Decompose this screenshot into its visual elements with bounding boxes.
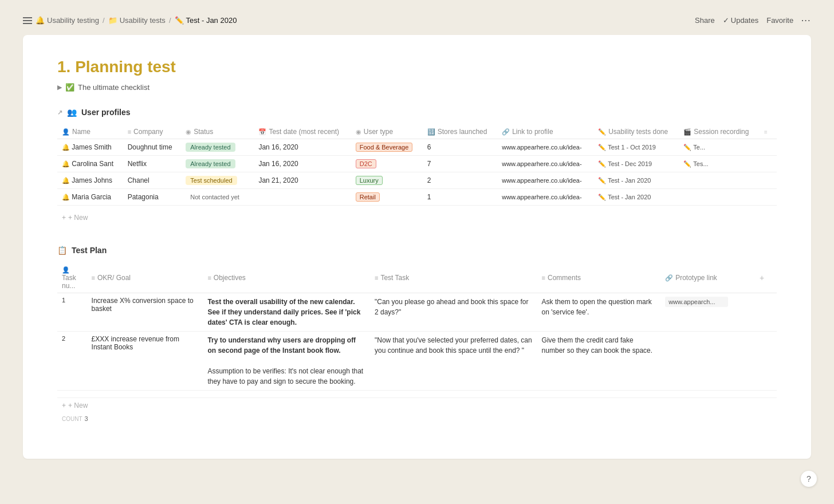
tp-col-add[interactable]: +	[755, 263, 777, 293]
col-stores[interactable]: 🔢Stores launched	[423, 125, 497, 139]
table-row[interactable]	[57, 391, 777, 398]
cell-company: Doughnut time	[123, 139, 182, 156]
favorite-button[interactable]: Favorite	[766, 16, 793, 25]
cell-session: ✏️ Te...	[679, 139, 760, 156]
cell-test-date: Jan 21, 2020	[254, 172, 351, 189]
top-actions: Share ✓ Updates Favorite ···	[695, 16, 811, 25]
cell-stores: 1	[423, 189, 497, 206]
col-name[interactable]: 👤Name	[57, 125, 123, 139]
cell-link: www.appearhere.co.uk/idea-	[497, 156, 593, 172]
col-link-profile[interactable]: 🔗Link to profile	[497, 125, 593, 139]
row-icon: 🔔	[62, 194, 70, 200]
cell-link: www.appearhere.co.uk/idea-	[497, 189, 593, 206]
cell-test-task: "Now that you've selected your preferred…	[370, 332, 537, 391]
test-plan-header-row: 👤Task nu... ≡OKR/ Goal ≡Objectives ≡Test…	[57, 263, 777, 293]
help-button[interactable]: ?	[801, 471, 817, 487]
breadcrumb-sep-1: /	[103, 16, 105, 25]
arrow-expand-icon[interactable]: ↗	[57, 109, 62, 116]
folder-icon: 📁	[108, 16, 117, 25]
tp-col-objectives[interactable]: ≡Objectives	[203, 263, 370, 293]
row-icon: 🔔	[62, 160, 70, 167]
col-usability-tests[interactable]: ✏️Usability tests done	[593, 125, 679, 139]
cell-name: 🔔 James Smith	[57, 139, 123, 156]
cell-name: 🔔 Carolina Sant	[57, 156, 123, 172]
col-session-rec[interactable]: 🎬Session recording	[679, 125, 760, 139]
cell-status: Already tested	[181, 139, 254, 156]
count-value: 3	[85, 415, 88, 422]
cell-add	[755, 391, 777, 398]
user-profiles-icon: 👥	[67, 108, 77, 117]
cell-prototype	[660, 293, 755, 332]
table-row[interactable]: 🔔 James Smith Doughnut time Already test…	[57, 139, 777, 156]
plus-icon: +	[62, 214, 66, 222]
tp-col-prototype[interactable]: 🔗Prototype link	[660, 263, 755, 293]
cell-status: Not contacted yet	[181, 189, 254, 206]
cell-comments: Ask them to open the question mark on 's…	[537, 293, 661, 332]
col-company[interactable]: ≡Company	[123, 125, 182, 139]
col-user-type[interactable]: ◉User type	[351, 125, 423, 139]
updates-button[interactable]: ✓ Updates	[723, 16, 758, 25]
user-profiles-section-header: ↗ 👥 User profiles	[57, 108, 777, 117]
cell-stores: 2	[423, 172, 497, 189]
cell-prototype	[660, 391, 755, 398]
cell-company: Netflix	[123, 156, 182, 172]
tp-col-comments[interactable]: ≡Comments	[537, 263, 661, 293]
cell-objectives: Try to understand why users are dropping…	[203, 332, 370, 391]
prototype-input[interactable]	[665, 297, 728, 307]
cell-session	[679, 189, 760, 206]
test-plan-new-row[interactable]: + + New	[57, 398, 777, 413]
col-extra: ≡	[760, 125, 777, 139]
cell-test-task: "Can you please go ahead and book this s…	[370, 293, 537, 332]
table-row[interactable]: 2 £XXX increase revenue from Instant Boo…	[57, 332, 777, 391]
cell-status: Already tested	[181, 156, 254, 172]
cell-extra	[760, 139, 777, 156]
cell-company: Patagonia	[123, 189, 182, 206]
tp-col-task[interactable]: 👤Task nu...	[57, 263, 87, 293]
test-plan-title: Test Plan	[72, 246, 107, 255]
cell-link: www.appearhere.co.uk/idea-	[497, 172, 593, 189]
more-options-button[interactable]: ···	[801, 16, 811, 25]
cell-company: Chanel	[123, 172, 182, 189]
col-test-date[interactable]: 📅Test date (most recent)	[254, 125, 351, 139]
cell-session: ✏️ Tes...	[679, 156, 760, 172]
breadcrumb-item-3[interactable]: ✏️ Test - Jan 2020	[175, 16, 237, 25]
user-profiles-title: User profiles	[81, 108, 131, 117]
cell-tests: ✏️ Test - Jan 2020	[593, 172, 679, 189]
cell-objectives	[203, 391, 370, 398]
breadcrumb-item-2[interactable]: 📁 Usability tests	[108, 16, 166, 25]
cell-extra	[760, 156, 777, 172]
cell-tests: ✏️ Test - Dec 2019	[593, 156, 679, 172]
table-row[interactable]: 🔔 Carolina Sant Netflix Already tested J…	[57, 156, 777, 172]
cell-session	[679, 172, 760, 189]
tp-col-test-task[interactable]: ≡Test Task	[370, 263, 537, 293]
breadcrumb: 🔔 Usability testing / 📁 Usability tests …	[23, 16, 237, 25]
user-profiles-new-row[interactable]: + + New	[57, 210, 777, 225]
cell-name: 🔔 James Johns	[57, 172, 123, 189]
cell-user-type: Retail	[351, 189, 423, 206]
checkmark-icon: ✓	[723, 16, 729, 25]
cell-extra	[760, 189, 777, 206]
main-content: 1. Planning test ▶ ✅ The ultimate checkl…	[23, 35, 811, 459]
cell-user-type: Food & Beverage	[351, 139, 423, 156]
cell-add	[755, 332, 777, 391]
checklist-link[interactable]: ▶ ✅ The ultimate checklist	[57, 83, 777, 92]
breadcrumb-item-1[interactable]: 🔔 Usability testing	[36, 16, 99, 25]
count-row: COUNT 3	[57, 413, 777, 424]
cell-tests: ✏️ Test 1 - Oct 2019	[593, 139, 679, 156]
cell-tests: ✏️ Test - Jan 2020	[593, 189, 679, 206]
row-icon: 🔔	[62, 177, 70, 184]
table-row[interactable]: 🔔 James Johns Chanel Test scheduled Jan …	[57, 172, 777, 189]
cell-okr: Increase X% conversion space to basket	[87, 293, 203, 332]
bell-icon: 🔔	[36, 16, 45, 25]
cell-objectives: Test the overall usability of the new ca…	[203, 293, 370, 332]
tp-col-okr[interactable]: ≡OKR/ Goal	[87, 263, 203, 293]
cell-add	[755, 293, 777, 332]
top-bar: 🔔 Usability testing / 📁 Usability tests …	[11, 11, 823, 29]
share-button[interactable]: Share	[695, 16, 715, 25]
table-row[interactable]: 🔔 Maria Garcia Patagonia Not contacted y…	[57, 189, 777, 206]
cell-task-num	[57, 391, 87, 398]
col-status[interactable]: ◉Status	[181, 125, 254, 139]
cell-extra	[760, 172, 777, 189]
menu-icon[interactable]	[23, 17, 32, 24]
table-row[interactable]: 1 Increase X% conversion space to basket…	[57, 293, 777, 332]
